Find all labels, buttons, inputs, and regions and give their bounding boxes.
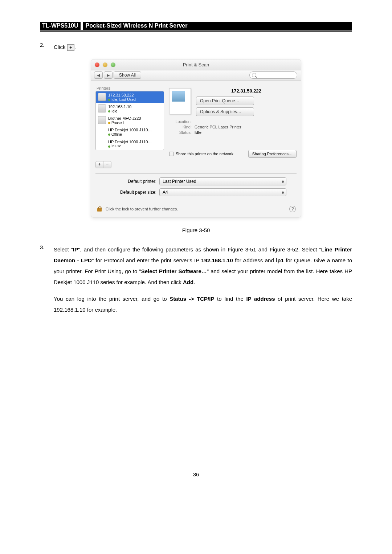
step-3: 3. Select "IP", and then configure the f…: [40, 244, 352, 315]
header-title: Pocket-Sized Wireless N Print Server: [83, 22, 352, 30]
printer-icon: [98, 93, 106, 101]
toolbar: ◀ ▶ Show All: [91, 70, 301, 81]
default-printer-select[interactable]: Last Printer Used: [159, 177, 286, 185]
printer-name: HP Deskjet 1000 J110…: [108, 128, 152, 132]
printer-status: Paused: [111, 121, 124, 125]
printer-preview-icon: [169, 88, 191, 114]
printer-detail: 172.31.50.222 Open Print Queue… Options …: [164, 86, 297, 168]
plus-icon: +: [67, 44, 74, 51]
open-print-queue-button[interactable]: Open Print Queue…: [196, 97, 254, 105]
step-body: Select "IP", and then configure the foll…: [54, 244, 352, 315]
printer-icon: [98, 104, 106, 112]
printer-status: Idle, Last Used: [111, 98, 136, 102]
back-button[interactable]: ◀: [94, 71, 103, 79]
list-item[interactable]: HP Deskjet 1000 J110… Offline: [96, 126, 164, 138]
printers-sidebar: Printers 172.31.50.222 Idle, Last Used 1…: [95, 86, 164, 168]
status-dot-icon: [108, 134, 110, 136]
printer-icon: [98, 116, 106, 124]
kind-label: Kind:: [169, 125, 192, 129]
nav-buttons: ◀ ▶: [94, 71, 114, 79]
printer-name: 172.31.50.222: [108, 93, 136, 98]
default-paper-select[interactable]: A4: [159, 188, 286, 196]
share-checkbox[interactable]: [169, 152, 173, 156]
defaults-form: Default printer: Last Printer Used Defau…: [91, 174, 301, 201]
select-value: Last Printer Used: [163, 179, 196, 184]
sharing-preferences-button[interactable]: Sharing Preferences…: [248, 150, 297, 158]
select-value: A4: [163, 190, 168, 195]
printer-status: In use: [111, 144, 121, 148]
add-button[interactable]: +: [96, 161, 103, 168]
status-dot-icon: [108, 99, 110, 101]
remove-button[interactable]: −: [103, 161, 111, 168]
lock-text: Click the lock to prevent further change…: [106, 207, 178, 211]
show-all-button[interactable]: Show All: [114, 71, 141, 79]
list-item[interactable]: Brother MFC-J220 Paused: [96, 115, 164, 126]
printer-name: 192.168.1.10: [108, 104, 131, 109]
step-number: 3.: [40, 244, 54, 315]
window-footer: Click the lock to prevent further change…: [91, 201, 301, 217]
close-icon[interactable]: [95, 62, 99, 67]
list-item[interactable]: 172.31.50.222 Idle, Last Used: [96, 91, 164, 103]
lock-icon[interactable]: [96, 206, 103, 212]
printer-name: HP Deskjet 1000 J110…: [108, 140, 152, 144]
help-button[interactable]: ?: [289, 206, 296, 212]
kind-value: Generic PCL Laser Printer: [195, 125, 241, 129]
share-label: Share this printer on the network: [176, 152, 248, 156]
add-remove-buttons: + −: [95, 161, 111, 168]
step-body: Click +.: [54, 42, 352, 53]
default-paper-label: Default paper size:: [106, 190, 156, 195]
minimize-icon[interactable]: [103, 62, 107, 67]
header-model: TL-WPS510U: [40, 22, 81, 30]
printer-status: Offline: [111, 132, 122, 136]
step-number: 2.: [40, 42, 54, 53]
search-input[interactable]: [249, 71, 297, 79]
status-dot-icon: [108, 122, 110, 124]
status-value: Idle: [195, 130, 201, 135]
document-page: TL-WPS510U Pocket-Sized Wireless N Print…: [0, 0, 392, 499]
printers-list: 172.31.50.222 Idle, Last Used 192.168.1.…: [95, 91, 164, 150]
content-area: Printers 172.31.50.222 Idle, Last Used 1…: [91, 81, 301, 168]
print-scan-window: Print & Scan ◀ ▶ Show All Printers 172.3…: [91, 59, 301, 218]
forward-button[interactable]: ▶: [104, 71, 113, 79]
location-label: Location:: [169, 119, 192, 124]
window-title: Print & Scan: [91, 59, 301, 70]
status-dot-icon: [108, 110, 110, 112]
printer-name: Brother MFC-J220: [108, 116, 141, 121]
default-printer-label: Default printer:: [106, 179, 156, 184]
zoom-icon[interactable]: [111, 62, 115, 67]
traffic-lights: [95, 62, 117, 68]
list-item[interactable]: 192.168.1.10 Idle: [96, 103, 164, 115]
status-dot-icon: [108, 145, 110, 148]
figure-caption: Figure 3-50: [40, 227, 352, 233]
step-text: Click: [54, 44, 67, 50]
printers-label: Printers: [95, 86, 164, 90]
printer-status: Idle: [111, 109, 117, 113]
page-header: TL-WPS510U Pocket-Sized Wireless N Print…: [40, 22, 352, 32]
step-2: 2. Click +.: [40, 42, 352, 53]
page-number: 36: [40, 471, 352, 477]
titlebar: Print & Scan: [91, 59, 301, 70]
options-supplies-button[interactable]: Options & Supplies…: [196, 107, 254, 116]
step-text: .: [74, 44, 76, 50]
status-label: Status:: [169, 130, 192, 135]
detail-title: 172.31.50.222: [196, 88, 297, 94]
list-item[interactable]: HP Deskjet 1000 J110… In use: [96, 138, 164, 150]
